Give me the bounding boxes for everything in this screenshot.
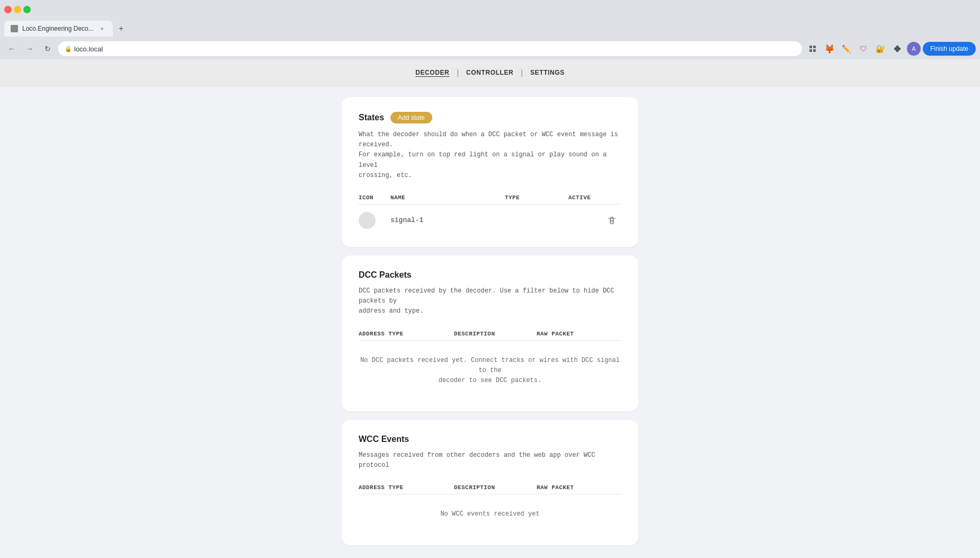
wcc-description: Messages received from other decoders an… (359, 450, 621, 471)
add-state-button[interactable]: Add state (390, 112, 432, 123)
close-window-button[interactable] (4, 6, 12, 13)
browser-actions: 🦊 ✏️ 🛡 🔐 A Finish update (805, 41, 976, 56)
extensions-button[interactable] (805, 41, 820, 56)
tab-title: Loco.Engineering Deco... (22, 25, 94, 32)
dcc-card-header: DCC Packets (359, 270, 621, 280)
tab-close-button[interactable]: × (98, 24, 106, 33)
window-buttons (4, 6, 31, 13)
dcc-table-header: ADDRESS TYPE DESCRIPTION RAW PACKET (359, 327, 621, 341)
back-button[interactable]: ← (4, 41, 19, 56)
profile-icon[interactable]: A (907, 42, 921, 56)
browser-window-controls (0, 0, 980, 19)
page-content: DECODER | CONTROLLER | SETTINGS States A… (0, 59, 980, 558)
col-type: TYPE (505, 194, 568, 201)
states-table-header: ICON NAME TYPE ACTIVE (359, 191, 621, 205)
new-tab-button[interactable]: + (115, 22, 128, 35)
puzzle-icon[interactable] (890, 41, 905, 56)
wcc-events-card: WCC Events Messages received from other … (342, 420, 638, 545)
state-name: signal-1 (390, 216, 505, 224)
tab-bar: Loco.Engineering Deco... × + (0, 19, 980, 38)
wcc-col-address-type: ADDRESS TYPE (359, 484, 454, 491)
forward-button[interactable]: → (22, 41, 37, 56)
col-icon: ICON (359, 194, 390, 201)
reload-button[interactable]: ↻ (40, 41, 55, 56)
edit-icon[interactable]: ✏️ (839, 41, 854, 56)
finish-update-button[interactable]: Finish update (923, 42, 976, 56)
minimize-window-button[interactable] (14, 6, 21, 13)
browser-tab[interactable]: Loco.Engineering Deco... × (4, 21, 113, 37)
address-bar[interactable]: 🔒 loco.local (58, 41, 802, 56)
wcc-title: WCC Events (359, 435, 409, 444)
col-active: ACTIVE (568, 194, 621, 201)
main-area: States Add state What the decoder should… (342, 86, 638, 558)
state-icon (359, 212, 376, 229)
dcc-packets-card: DCC Packets DCC packets received by the … (342, 255, 638, 411)
tab-favicon (11, 25, 18, 32)
wcc-table-header: ADDRESS TYPE DESCRIPTION RAW PACKET (359, 481, 621, 494)
svg-rect-2 (809, 49, 812, 52)
maximize-window-button[interactable] (23, 6, 31, 13)
col-name: NAME (390, 194, 505, 201)
table-row: signal-1 (359, 209, 621, 232)
wcc-card-header: WCC Events (359, 435, 621, 444)
dcc-empty-text: No DCC packets received yet. Connect tra… (359, 356, 621, 386)
wcc-col-description: DESCRIPTION (454, 484, 537, 491)
svg-rect-0 (809, 46, 812, 48)
nav-separator-1: | (457, 68, 459, 77)
wcc-empty-text: No WCC events received yet (359, 509, 621, 519)
states-description: What the decoder should do when a DCC pa… (359, 130, 621, 181)
profile-initial: A (912, 46, 915, 52)
nav-link-decoder[interactable]: DECODER (415, 67, 449, 78)
delete-state-button[interactable] (604, 213, 619, 228)
states-card-header: States Add state (359, 112, 621, 123)
nav-links: DECODER | CONTROLLER | SETTINGS (415, 67, 565, 78)
svg-rect-1 (813, 46, 816, 48)
top-nav: DECODER | CONTROLLER | SETTINGS (0, 59, 980, 86)
security-icon: 🔒 (65, 46, 72, 52)
wcc-col-raw-packet: RAW PACKET (537, 484, 621, 491)
nav-link-settings[interactable]: SETTINGS (530, 67, 565, 78)
dcc-col-address-type: ADDRESS TYPE (359, 331, 454, 337)
wcc-empty-message: No WCC events received yet (359, 499, 621, 530)
dcc-title: DCC Packets (359, 270, 412, 280)
dcc-description: DCC packets received by the decoder. Use… (359, 286, 621, 317)
states-card: States Add state What the decoder should… (342, 97, 638, 247)
states-title: States (359, 113, 384, 122)
nav-link-controller[interactable]: CONTROLLER (466, 67, 513, 78)
dcc-empty-message: No DCC packets received yet. Connect tra… (359, 345, 621, 397)
metamask-icon[interactable]: 🦊 (822, 41, 837, 56)
security-badge-icon[interactable]: 🔐 (873, 41, 888, 56)
dcc-col-raw-packet: RAW PACKET (537, 331, 621, 337)
address-bar-row: ← → ↻ 🔒 loco.local 🦊 ✏️ 🛡 🔐 A Finish upd… (0, 38, 980, 59)
url-text: loco.local (74, 45, 103, 53)
svg-rect-3 (813, 49, 816, 52)
dcc-col-description: DESCRIPTION (454, 331, 537, 337)
shield-icon[interactable]: 🛡 (856, 41, 871, 56)
nav-separator-2: | (521, 68, 523, 77)
